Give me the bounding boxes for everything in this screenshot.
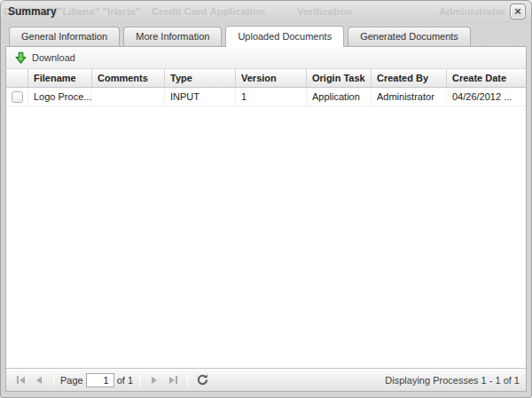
column-header-origin-task[interactable]: Origin Task xyxy=(307,69,372,87)
tab-generated-documents[interactable]: Generated Documents xyxy=(348,27,471,46)
tab-more-information[interactable]: More Information xyxy=(123,27,222,46)
page-of-label: of 1 xyxy=(117,375,133,386)
tab-panel-body: Download Filename Comments Type Version … xyxy=(5,46,527,392)
toolbar-separator xyxy=(139,374,140,386)
tab-general-information[interactable]: General Information xyxy=(9,27,120,46)
cell-created-by: Administrator xyxy=(372,88,447,105)
row-checkbox[interactable] xyxy=(12,91,23,103)
paging-toolbar: Page of 1 Displaying Processes 1 - 1 of … xyxy=(6,368,526,391)
column-header-type[interactable]: Type xyxy=(165,69,236,87)
cell-origin-task: Application xyxy=(307,88,372,105)
cell-create-date: 04/26/2012 ... xyxy=(447,88,526,105)
first-page-icon[interactable] xyxy=(12,372,28,388)
page-number-input[interactable] xyxy=(86,373,114,387)
tab-strip: General Information More Information Upl… xyxy=(1,23,531,46)
download-button[interactable]: Download xyxy=(11,50,79,66)
window-titlebar[interactable]: CATION OF "Liliana" "Iriarte" Credit Car… xyxy=(1,1,531,23)
toolbar-separator xyxy=(187,374,188,386)
next-page-icon[interactable] xyxy=(146,372,162,388)
toolbar-separator xyxy=(53,374,54,386)
grid-header: Filename Comments Type Version Origin Ta… xyxy=(6,69,526,88)
cell-filename: Logo Proce... xyxy=(28,88,92,105)
tab-uploaded-documents[interactable]: Uploaded Documents xyxy=(225,26,344,47)
close-icon[interactable]: × xyxy=(510,4,526,20)
column-header-created-by[interactable]: Created By xyxy=(372,69,447,87)
column-header-checkbox[interactable] xyxy=(6,69,28,87)
page-label: Page xyxy=(60,375,83,386)
column-header-filename[interactable]: Filename xyxy=(28,69,92,87)
last-page-icon[interactable] xyxy=(165,372,181,388)
column-header-comments[interactable]: Comments xyxy=(92,69,165,87)
ghost-text-user: Administrator xyxy=(439,6,505,17)
column-header-version[interactable]: Version xyxy=(236,69,307,87)
download-icon xyxy=(14,51,27,65)
download-label: Download xyxy=(32,52,75,63)
status-text: Displaying Processes 1 - 1 of 1 xyxy=(385,375,520,386)
summary-window: CATION OF "Liliana" "Iriarte" Credit Car… xyxy=(0,0,532,398)
cell-version: 1 xyxy=(236,88,307,105)
table-row[interactable]: Logo Proce... INPUT 1 Application Admini… xyxy=(6,88,526,106)
prev-page-icon[interactable] xyxy=(31,372,47,388)
cell-comments xyxy=(92,88,165,105)
row-checkbox-cell xyxy=(6,88,28,105)
ghost-text-task: Verification xyxy=(297,6,352,17)
grid-empty-area xyxy=(6,106,526,368)
refresh-icon[interactable] xyxy=(194,372,210,388)
column-header-create-date[interactable]: Create Date xyxy=(447,69,526,87)
window-title: Summary xyxy=(8,5,57,18)
ghost-text-case-name: "Liliana" "Iriarte" xyxy=(58,6,140,17)
cell-type: INPUT xyxy=(165,88,236,105)
documents-toolbar: Download xyxy=(6,47,526,69)
ghost-text-process: Credit Card Application xyxy=(152,6,265,17)
